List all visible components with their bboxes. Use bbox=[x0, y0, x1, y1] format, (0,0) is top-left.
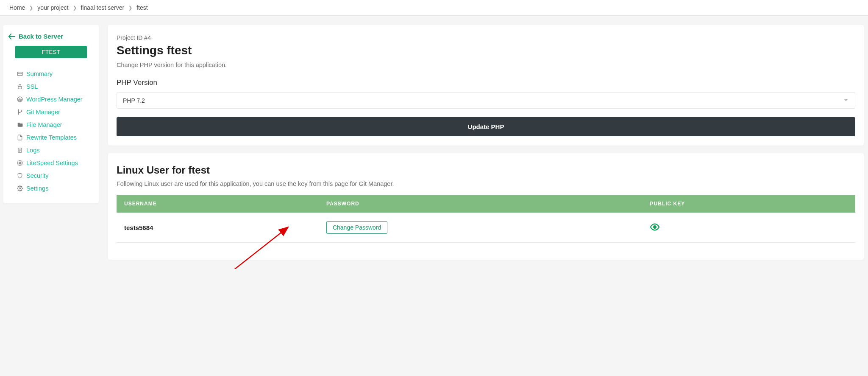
wordpress-icon bbox=[17, 96, 23, 102]
table-row: tests5684 Change Password bbox=[117, 213, 855, 243]
site-button[interactable]: FTEST bbox=[15, 46, 87, 58]
sidebar-item-label: LiteSpeed Settings bbox=[26, 160, 78, 166]
gear-icon bbox=[17, 160, 23, 166]
sidebar-item-label: Git Manager bbox=[26, 109, 60, 115]
breadcrumb-item-server[interactable]: finaal test server bbox=[81, 4, 125, 11]
sidebar-item-label: Settings bbox=[26, 185, 48, 192]
col-password: PASSWORD bbox=[319, 195, 643, 213]
project-id: Project ID #4 bbox=[117, 34, 855, 41]
cell-password: Change Password bbox=[319, 213, 643, 243]
breadcrumb-item-project[interactable]: your project bbox=[37, 4, 68, 11]
git-branch-icon bbox=[17, 109, 23, 115]
svg-point-12 bbox=[19, 162, 21, 164]
sidebar-item-litespeed[interactable]: LiteSpeed Settings bbox=[17, 157, 95, 169]
php-version-label: PHP Version bbox=[117, 79, 855, 87]
svg-point-14 bbox=[654, 226, 656, 228]
sidebar-item-settings[interactable]: Settings bbox=[17, 182, 95, 195]
chevron-right-icon: ❯ bbox=[29, 5, 33, 11]
card-icon bbox=[17, 71, 23, 77]
chevron-down-icon bbox=[843, 97, 849, 104]
linux-user-table: USERNAME PASSWORD PUBLIC KEY tests5684 C… bbox=[117, 195, 855, 243]
svg-point-5 bbox=[18, 109, 19, 110]
linux-user-title: Linux User for ftest bbox=[117, 164, 855, 176]
linux-user-subtitle: Following Linux user are used for this a… bbox=[117, 180, 855, 187]
main-content: Project ID #4 Settings ftest Change PHP … bbox=[108, 25, 864, 260]
svg-rect-1 bbox=[17, 72, 22, 76]
gear-icon bbox=[17, 185, 23, 191]
eye-icon[interactable] bbox=[650, 222, 659, 232]
sidebar-item-summary[interactable]: Summary bbox=[17, 67, 95, 80]
sidebar-item-label: SSL bbox=[26, 83, 38, 90]
sidebar-item-label: WordPress Manager bbox=[26, 96, 83, 103]
breadcrumb: Home ❯ your project ❯ finaal test server… bbox=[0, 0, 868, 16]
sidebar: Back to Server FTEST Summary SSL WordPre… bbox=[3, 25, 99, 203]
sidebar-item-label: Security bbox=[26, 172, 48, 179]
cell-username: tests5684 bbox=[117, 213, 319, 243]
svg-point-6 bbox=[18, 114, 19, 115]
cell-publickey bbox=[643, 213, 855, 243]
back-to-server-link[interactable]: Back to Server bbox=[8, 33, 95, 40]
sidebar-item-security[interactable]: Security bbox=[17, 169, 95, 182]
sidebar-item-label: File Manager bbox=[26, 121, 62, 128]
back-label: Back to Server bbox=[19, 33, 63, 40]
arrow-left-icon bbox=[8, 34, 15, 39]
sidebar-item-label: Summary bbox=[26, 70, 53, 77]
update-php-button[interactable]: Update PHP bbox=[117, 117, 855, 136]
sidebar-nav: Summary SSL WordPress Manager Git Manage… bbox=[8, 67, 95, 195]
sidebar-item-rewrite[interactable]: Rewrite Templates bbox=[17, 131, 95, 144]
php-version-select[interactable]: PHP 7.2 bbox=[117, 92, 855, 109]
lock-icon bbox=[17, 84, 23, 90]
sidebar-item-git[interactable]: Git Manager bbox=[17, 106, 95, 118]
svg-point-7 bbox=[21, 111, 22, 112]
sidebar-item-wordpress[interactable]: WordPress Manager bbox=[17, 93, 95, 106]
sidebar-item-ssl[interactable]: SSL bbox=[17, 80, 95, 93]
settings-subtitle: Change PHP version for this application. bbox=[117, 62, 855, 68]
php-version-value: PHP 7.2 bbox=[123, 97, 145, 104]
linux-user-card: Linux User for ftest Following Linux use… bbox=[108, 153, 864, 260]
svg-rect-3 bbox=[18, 86, 22, 89]
breadcrumb-item-current[interactable]: ftest bbox=[136, 4, 147, 11]
page-title: Settings ftest bbox=[117, 44, 855, 57]
folder-icon bbox=[17, 122, 23, 128]
chevron-right-icon: ❯ bbox=[128, 5, 132, 11]
sidebar-item-label: Logs bbox=[26, 147, 39, 154]
sidebar-item-filemanager[interactable]: File Manager bbox=[17, 118, 95, 131]
col-username: USERNAME bbox=[117, 195, 319, 213]
clipboard-icon bbox=[17, 147, 23, 153]
chevron-right-icon: ❯ bbox=[73, 5, 77, 11]
shield-icon bbox=[17, 173, 23, 179]
change-password-button[interactable]: Change Password bbox=[326, 221, 387, 234]
col-publickey: PUBLIC KEY bbox=[643, 195, 855, 213]
settings-card: Project ID #4 Settings ftest Change PHP … bbox=[108, 25, 864, 146]
file-icon bbox=[17, 135, 23, 140]
sidebar-item-label: Rewrite Templates bbox=[26, 134, 77, 141]
sidebar-item-logs[interactable]: Logs bbox=[17, 144, 95, 157]
svg-point-13 bbox=[19, 188, 21, 189]
breadcrumb-item-home[interactable]: Home bbox=[9, 4, 25, 11]
